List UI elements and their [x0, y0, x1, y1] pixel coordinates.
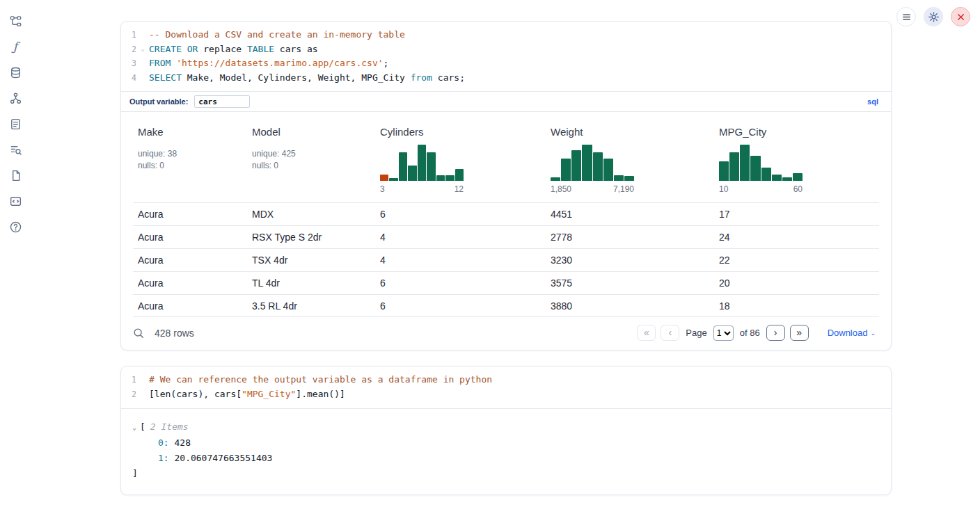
table-body: AcuraMDX6445117AcuraRSX Type S 2dr427782…: [133, 202, 879, 317]
item-index: 1:: [158, 453, 169, 463]
fold-gutter: [136, 28, 149, 42]
fold-gutter: [136, 56, 149, 71]
code-text: # We can reference the output variable a…: [149, 373, 492, 387]
code-line: 1# We can reference the output variable …: [121, 373, 891, 387]
table-cell: 3880: [546, 300, 714, 312]
histogram-bar: [582, 145, 592, 181]
first-page-button[interactable]: «: [637, 325, 656, 341]
language-badge[interactable]: sql: [863, 97, 883, 106]
dependency-graph-icon: [9, 92, 22, 105]
stat-line: nulls: 0: [252, 160, 375, 172]
histogram-bar: [445, 175, 454, 181]
table-cell: 4451: [546, 209, 714, 220]
column-header: Weight1,8507,190: [546, 126, 714, 194]
table-cell: Acura: [133, 300, 247, 312]
code-text: -- Download a CSV and create an in-memor…: [149, 28, 405, 42]
table-cell: 3575: [546, 277, 714, 289]
last-page-button[interactable]: »: [790, 325, 809, 341]
python-cell: 1# We can reference the output variable …: [120, 366, 892, 494]
stat-line: unique: 425: [252, 148, 375, 160]
sql-code-editor[interactable]: 1-- Download a CSV and create an in-memo…: [121, 22, 891, 91]
sidebar-snippets-button[interactable]: [7, 193, 24, 209]
menu-button[interactable]: [896, 7, 916, 26]
fold-gutter: [136, 387, 149, 402]
sidebar-table-of-contents-button[interactable]: [7, 141, 24, 158]
histogram-bar: [571, 150, 581, 182]
column-histogram: 1060: [719, 145, 803, 194]
code-line: 1-- Download a CSV and create an in-memo…: [121, 28, 891, 42]
table-cell: Acura: [133, 232, 247, 243]
axis-max-label: 60: [793, 184, 803, 194]
axis-min-label: 3: [380, 184, 385, 194]
output-variable-input[interactable]: [194, 95, 250, 108]
histogram-axis-labels: 1,8507,190: [551, 184, 634, 194]
sidebar-logs-button[interactable]: [7, 115, 24, 132]
histogram-bar: [614, 175, 624, 182]
python-code-editor[interactable]: 1# We can reference the output variable …: [121, 367, 891, 408]
search-icon[interactable]: [132, 327, 145, 339]
left-toolbar: ƒ: [0, 0, 31, 235]
column-stats: unique: 425nulls: 0: [252, 148, 375, 171]
table-cell: 18: [714, 300, 879, 312]
close-button[interactable]: [951, 7, 970, 26]
histogram-bar: [436, 175, 445, 181]
histogram-bar: [593, 152, 603, 182]
column-name-make[interactable]: Make: [138, 126, 164, 138]
column-header: MPG_City1060: [714, 126, 879, 194]
item-value: 428: [169, 437, 191, 448]
histogram-axis-labels: 1060: [719, 184, 803, 194]
histogram-bars: [719, 145, 803, 181]
code-line: 3FROM 'https://datasets.marimo.app/cars.…: [121, 56, 891, 71]
code-text: CREATE OR replace TABLE cars as: [149, 42, 318, 57]
prev-page-button[interactable]: ‹: [661, 325, 679, 341]
table-footer: 428 rows «‹ Page 1 of 86 ›» Download ⌄: [121, 317, 891, 350]
sql-cell: 1-- Download a CSV and create an in-memo…: [120, 21, 892, 351]
page-select[interactable]: 1: [713, 325, 734, 341]
table-row: AcuraMDX6445117: [133, 202, 879, 225]
table-cell: 20: [714, 277, 879, 289]
histogram-bars: [380, 145, 464, 181]
column-name-cylinders[interactable]: Cylinders: [380, 126, 424, 138]
axis-min-label: 1,850: [551, 184, 571, 194]
line-number: 1: [121, 373, 136, 387]
sidebar-dependency-graph-button[interactable]: [7, 90, 24, 106]
histogram-bar: [603, 159, 613, 181]
documentation-icon: [9, 169, 22, 182]
column-name-mpg_city[interactable]: MPG_City: [719, 126, 766, 138]
sidebar-datasources-button[interactable]: [7, 64, 24, 81]
output-variable-row: Output variable: sql: [121, 91, 891, 111]
item-value: 20.060747663551403: [169, 453, 273, 463]
settings-button[interactable]: [924, 7, 943, 26]
functions-icon: ƒ: [13, 41, 17, 53]
output-variable-label: Output variable:: [129, 97, 188, 106]
line-number: 2: [121, 387, 136, 402]
axis-max-label: 7,190: [613, 184, 634, 194]
next-page-button[interactable]: ›: [766, 325, 785, 341]
settings-icon: [927, 10, 940, 24]
line-number: 1: [121, 28, 136, 42]
logs-icon: [9, 118, 22, 131]
items-count-label: 2 Items: [150, 421, 189, 432]
table-cell: 2778: [546, 232, 714, 243]
row-count: 428 rows: [155, 328, 194, 339]
table-cell: 6: [375, 277, 546, 289]
histogram-bar: [740, 145, 750, 181]
table-cell: 22: [714, 255, 879, 266]
histogram-bar: [772, 175, 782, 181]
close-icon: [954, 10, 967, 24]
histogram-bar: [408, 166, 416, 182]
column-name-weight[interactable]: Weight: [551, 126, 583, 138]
download-button[interactable]: Download ⌄: [823, 327, 880, 339]
sidebar-file-tree-button[interactable]: [7, 13, 24, 29]
table-cell: Acura: [133, 277, 247, 289]
code-line: 4SELECT Make, Model, Cylinders, Weight, …: [121, 71, 891, 86]
stat-line: nulls: 0: [138, 160, 247, 172]
close-bracket: ]: [132, 466, 880, 481]
fold-chevron-icon[interactable]: ⌄: [136, 42, 149, 57]
table-row: Acura3.5 RL 4dr6388018: [133, 294, 879, 317]
sidebar-help-button[interactable]: [7, 218, 24, 235]
sidebar-documentation-button[interactable]: [7, 167, 24, 184]
collapse-chevron-icon[interactable]: ⌄: [132, 424, 136, 431]
sidebar-functions-button[interactable]: ƒ: [7, 38, 24, 55]
column-name-model[interactable]: Model: [252, 126, 280, 138]
